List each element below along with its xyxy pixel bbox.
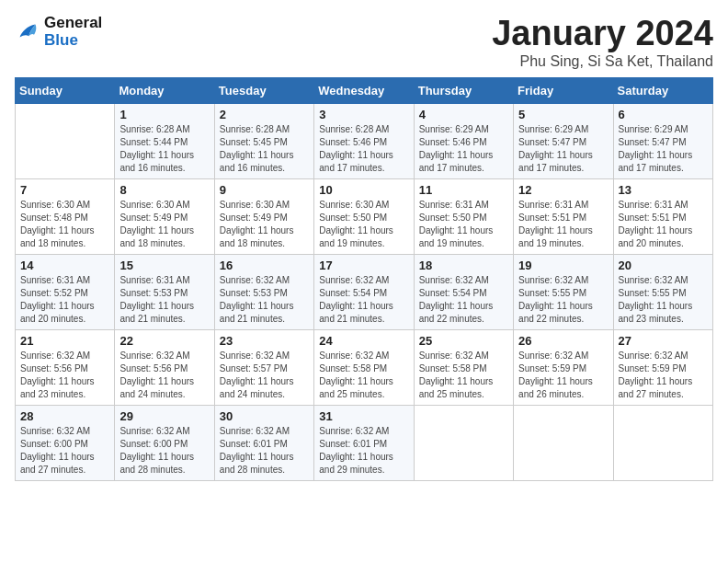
calendar-cell: 8Sunrise: 6:30 AM Sunset: 5:49 PM Daylig…	[115, 178, 214, 254]
day-number: 21	[20, 334, 109, 348]
calendar-cell: 7Sunrise: 6:30 AM Sunset: 5:48 PM Daylig…	[16, 178, 115, 254]
day-info: Sunrise: 6:32 AM Sunset: 5:58 PM Dayligh…	[419, 350, 508, 401]
calendar-cell: 22Sunrise: 6:32 AM Sunset: 5:56 PM Dayli…	[115, 329, 214, 405]
day-number: 8	[119, 183, 209, 197]
calendar-cell	[16, 103, 115, 178]
calendar-cell: 4Sunrise: 6:29 AM Sunset: 5:46 PM Daylig…	[414, 103, 513, 178]
title-section: January 2024 Phu Sing, Si Sa Ket, Thaila…	[492, 15, 713, 70]
day-info: Sunrise: 6:32 AM Sunset: 6:01 PM Dayligh…	[220, 425, 309, 477]
day-info: Sunrise: 6:29 AM Sunset: 5:46 PM Dayligh…	[419, 123, 508, 175]
day-info: Sunrise: 6:32 AM Sunset: 5:55 PM Dayligh…	[619, 274, 708, 326]
calendar-cell: 21Sunrise: 6:32 AM Sunset: 5:56 PM Dayli…	[16, 329, 115, 405]
day-number: 27	[619, 334, 708, 348]
day-number: 31	[319, 409, 408, 423]
day-number: 6	[619, 108, 708, 121]
calendar-title: January 2024	[492, 15, 713, 53]
calendar-week-5: 28Sunrise: 6:32 AM Sunset: 6:00 PM Dayli…	[16, 405, 713, 480]
day-info: Sunrise: 6:30 AM Sunset: 5:49 PM Dayligh…	[220, 199, 309, 250]
day-info: Sunrise: 6:32 AM Sunset: 5:56 PM Dayligh…	[20, 350, 109, 401]
day-number: 9	[220, 183, 309, 197]
day-info: Sunrise: 6:32 AM Sunset: 5:59 PM Dayligh…	[518, 350, 608, 401]
calendar-header: SundayMondayTuesdayWednesdayThursdayFrid…	[16, 77, 713, 103]
day-info: Sunrise: 6:29 AM Sunset: 5:47 PM Dayligh…	[518, 123, 608, 175]
day-info: Sunrise: 6:32 AM Sunset: 6:01 PM Dayligh…	[319, 425, 408, 477]
calendar-cell: 2Sunrise: 6:28 AM Sunset: 5:45 PM Daylig…	[214, 103, 313, 178]
weekday-friday: Friday	[514, 77, 613, 103]
day-number: 16	[220, 259, 309, 272]
day-number: 25	[419, 334, 508, 348]
calendar-cell: 26Sunrise: 6:32 AM Sunset: 5:59 PM Dayli…	[514, 329, 613, 405]
day-info: Sunrise: 6:32 AM Sunset: 5:59 PM Dayligh…	[619, 350, 708, 401]
day-info: Sunrise: 6:31 AM Sunset: 5:51 PM Dayligh…	[619, 199, 708, 250]
day-info: Sunrise: 6:32 AM Sunset: 5:54 PM Dayligh…	[419, 274, 508, 326]
day-number: 28	[20, 409, 109, 423]
day-info: Sunrise: 6:30 AM Sunset: 5:50 PM Dayligh…	[319, 199, 408, 250]
weekday-monday: Monday	[115, 77, 214, 103]
day-info: Sunrise: 6:31 AM Sunset: 5:52 PM Dayligh…	[20, 274, 109, 326]
weekday-tuesday: Tuesday	[214, 77, 313, 103]
day-info: Sunrise: 6:32 AM Sunset: 6:00 PM Dayligh…	[20, 425, 109, 477]
logo: General Blue	[15, 15, 102, 49]
day-info: Sunrise: 6:32 AM Sunset: 5:55 PM Dayligh…	[518, 274, 608, 326]
calendar-cell: 10Sunrise: 6:30 AM Sunset: 5:50 PM Dayli…	[314, 178, 414, 254]
day-number: 18	[419, 259, 508, 272]
day-info: Sunrise: 6:31 AM Sunset: 5:50 PM Dayligh…	[419, 199, 508, 250]
calendar-cell: 9Sunrise: 6:30 AM Sunset: 5:49 PM Daylig…	[214, 178, 313, 254]
calendar-cell: 27Sunrise: 6:32 AM Sunset: 5:59 PM Dayli…	[613, 329, 712, 405]
calendar-subtitle: Phu Sing, Si Sa Ket, Thailand	[492, 53, 713, 70]
day-number: 10	[319, 183, 408, 197]
calendar-cell	[414, 405, 513, 480]
day-info: Sunrise: 6:30 AM Sunset: 5:49 PM Dayligh…	[119, 199, 209, 250]
calendar-cell: 19Sunrise: 6:32 AM Sunset: 5:55 PM Dayli…	[514, 254, 613, 329]
day-number: 12	[518, 183, 608, 197]
calendar-cell: 17Sunrise: 6:32 AM Sunset: 5:54 PM Dayli…	[314, 254, 414, 329]
calendar-cell: 18Sunrise: 6:32 AM Sunset: 5:54 PM Dayli…	[414, 254, 513, 329]
calendar-cell: 23Sunrise: 6:32 AM Sunset: 5:57 PM Dayli…	[214, 329, 313, 405]
calendar-cell: 5Sunrise: 6:29 AM Sunset: 5:47 PM Daylig…	[514, 103, 613, 178]
calendar-cell: 1Sunrise: 6:28 AM Sunset: 5:44 PM Daylig…	[115, 103, 214, 178]
day-number: 20	[619, 259, 708, 272]
logo-bird-icon	[15, 19, 40, 45]
day-info: Sunrise: 6:32 AM Sunset: 5:53 PM Dayligh…	[220, 274, 309, 326]
weekday-saturday: Saturday	[613, 77, 712, 103]
calendar-table: SundayMondayTuesdayWednesdayThursdayFrid…	[15, 77, 713, 481]
calendar-cell: 3Sunrise: 6:28 AM Sunset: 5:46 PM Daylig…	[314, 103, 414, 178]
calendar-cell: 11Sunrise: 6:31 AM Sunset: 5:50 PM Dayli…	[414, 178, 513, 254]
calendar-body: 1Sunrise: 6:28 AM Sunset: 5:44 PM Daylig…	[16, 103, 713, 480]
calendar-week-4: 21Sunrise: 6:32 AM Sunset: 5:56 PM Dayli…	[16, 329, 713, 405]
day-number: 15	[119, 259, 209, 272]
day-info: Sunrise: 6:28 AM Sunset: 5:44 PM Dayligh…	[119, 123, 209, 175]
day-info: Sunrise: 6:29 AM Sunset: 5:47 PM Dayligh…	[619, 123, 708, 175]
day-number: 30	[220, 409, 309, 423]
day-number: 17	[319, 259, 408, 272]
calendar-cell: 25Sunrise: 6:32 AM Sunset: 5:58 PM Dayli…	[414, 329, 513, 405]
day-info: Sunrise: 6:32 AM Sunset: 5:56 PM Dayligh…	[119, 350, 209, 401]
calendar-cell: 16Sunrise: 6:32 AM Sunset: 5:53 PM Dayli…	[214, 254, 313, 329]
day-info: Sunrise: 6:32 AM Sunset: 5:58 PM Dayligh…	[319, 350, 408, 401]
calendar-week-2: 7Sunrise: 6:30 AM Sunset: 5:48 PM Daylig…	[16, 178, 713, 254]
calendar-cell: 28Sunrise: 6:32 AM Sunset: 6:00 PM Dayli…	[16, 405, 115, 480]
day-info: Sunrise: 6:32 AM Sunset: 5:54 PM Dayligh…	[319, 274, 408, 326]
weekday-sunday: Sunday	[16, 77, 115, 103]
day-number: 23	[220, 334, 309, 348]
calendar-cell: 13Sunrise: 6:31 AM Sunset: 5:51 PM Dayli…	[613, 178, 712, 254]
calendar-cell: 12Sunrise: 6:31 AM Sunset: 5:51 PM Dayli…	[514, 178, 613, 254]
day-number: 26	[518, 334, 608, 348]
day-number: 29	[119, 409, 209, 423]
day-number: 14	[20, 259, 109, 272]
day-number: 19	[518, 259, 608, 272]
calendar-cell: 29Sunrise: 6:32 AM Sunset: 6:00 PM Dayli…	[115, 405, 214, 480]
day-number: 24	[319, 334, 408, 348]
day-number: 2	[220, 108, 309, 121]
calendar-cell: 20Sunrise: 6:32 AM Sunset: 5:55 PM Dayli…	[613, 254, 712, 329]
day-number: 22	[119, 334, 209, 348]
day-number: 7	[20, 183, 109, 197]
day-info: Sunrise: 6:31 AM Sunset: 5:51 PM Dayligh…	[518, 199, 608, 250]
day-info: Sunrise: 6:32 AM Sunset: 5:57 PM Dayligh…	[220, 350, 309, 401]
day-number: 3	[319, 108, 408, 121]
calendar-week-1: 1Sunrise: 6:28 AM Sunset: 5:44 PM Daylig…	[16, 103, 713, 178]
weekday-header-row: SundayMondayTuesdayWednesdayThursdayFrid…	[16, 77, 713, 103]
calendar-week-3: 14Sunrise: 6:31 AM Sunset: 5:52 PM Dayli…	[16, 254, 713, 329]
weekday-thursday: Thursday	[414, 77, 513, 103]
day-info: Sunrise: 6:31 AM Sunset: 5:53 PM Dayligh…	[119, 274, 209, 326]
